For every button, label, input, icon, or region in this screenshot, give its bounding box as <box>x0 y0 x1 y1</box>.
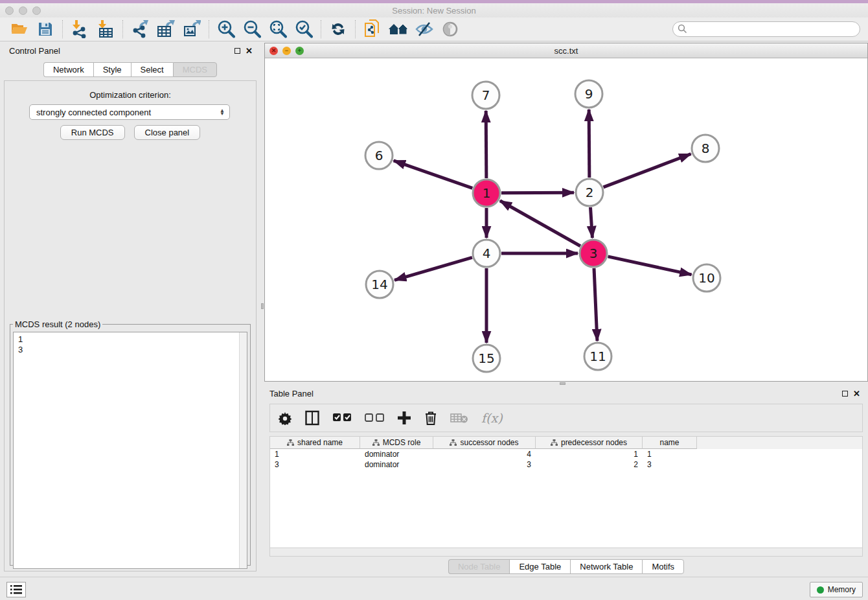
close-panel-icon[interactable]: ✕ <box>853 391 860 397</box>
node-label-14: 14 <box>371 277 387 292</box>
cell[interactable]: 4 <box>433 449 536 459</box>
cell[interactable]: 3 <box>270 459 360 470</box>
cell[interactable]: 3 <box>643 459 697 470</box>
delete-table-icon[interactable] <box>450 412 468 424</box>
column-header-MCDS-role[interactable]: MCDS role <box>360 437 433 449</box>
show-all-columns-icon[interactable] <box>332 413 352 423</box>
cell[interactable]: 2 <box>536 459 643 470</box>
node-6[interactable]: 6 <box>365 142 393 169</box>
optimization-criterion-select[interactable]: strongly connected component ▲▼ <box>29 104 230 120</box>
hide-all-columns-icon[interactable] <box>365 413 384 423</box>
add-column-icon[interactable] <box>397 411 411 425</box>
node-1[interactable]: 1 <box>473 179 500 207</box>
close-panel-icon[interactable]: ✕ <box>246 48 253 54</box>
run-mcds-button[interactable]: Run MCDS <box>60 125 125 140</box>
import-table-icon[interactable] <box>95 19 117 40</box>
edge-3-11[interactable] <box>594 268 597 341</box>
network-view-title: scc.txt <box>265 46 867 56</box>
tab-edge-table[interactable]: Edge Table <box>509 559 570 574</box>
column-browser-icon[interactable] <box>305 410 319 426</box>
edge-4-14[interactable] <box>394 257 472 280</box>
hide-graphics-details-icon[interactable] <box>413 19 435 40</box>
tab-select[interactable]: Select <box>131 62 173 77</box>
zoom-fit-icon[interactable] <box>267 19 289 40</box>
import-network-icon[interactable] <box>69 19 91 40</box>
node-7[interactable]: 7 <box>472 82 499 109</box>
network-canvas[interactable]: 1234678910111415 <box>265 58 867 381</box>
float-panel-icon[interactable] <box>842 391 848 397</box>
cell[interactable]: 1 <box>643 449 697 459</box>
node-2[interactable]: 2 <box>576 179 603 206</box>
table-row[interactable]: 1dominator411 <box>270 449 862 459</box>
save-session-icon[interactable] <box>34 19 56 40</box>
node-3[interactable]: 3 <box>580 240 607 267</box>
table-hscrollbar[interactable] <box>269 548 863 557</box>
mcds-result-textarea[interactable]: 1 3 <box>13 332 247 569</box>
export-image-icon[interactable] <box>181 19 203 40</box>
function-builder-icon[interactable]: f(x) <box>481 411 503 425</box>
memory-button[interactable]: Memory <box>810 582 863 597</box>
table-options-icon[interactable] <box>278 411 292 425</box>
cell[interactable]: dominator <box>360 459 433 470</box>
edge-1-2[interactable] <box>501 192 574 193</box>
open-session-icon[interactable] <box>8 19 30 40</box>
tab-network-table[interactable]: Network Table <box>570 559 642 574</box>
node-14[interactable]: 14 <box>366 271 393 298</box>
toolbar-separator <box>209 20 209 38</box>
refresh-view-icon[interactable] <box>327 19 349 40</box>
search-input[interactable] <box>672 21 860 37</box>
column-header-successor-nodes[interactable]: successor nodes <box>433 437 536 449</box>
cell[interactable]: 1 <box>536 449 643 459</box>
tree-column-icon <box>372 439 380 446</box>
birds-eye-view-icon[interactable] <box>439 19 461 40</box>
tab-mcds[interactable]: MCDS <box>173 62 217 77</box>
tab-network[interactable]: Network <box>43 62 93 77</box>
node-15[interactable]: 15 <box>473 345 500 372</box>
node-8[interactable]: 8 <box>692 135 719 162</box>
tab-node-table[interactable]: Node Table <box>448 559 510 574</box>
zoom-out-icon[interactable] <box>241 19 263 40</box>
edge-2-3[interactable] <box>590 207 592 238</box>
toolbar-separator <box>122 20 123 38</box>
cell[interactable]: dominator <box>360 449 433 459</box>
cell[interactable]: 3 <box>433 459 536 470</box>
node-table: shared nameMCDS rolesuccessor nodesprede… <box>269 436 863 548</box>
edge-3-10[interactable] <box>608 257 691 275</box>
mcds-result-group: MCDS result (2 nodes) 1 3 <box>10 319 251 566</box>
column-header-shared-name[interactable]: shared name <box>270 437 360 449</box>
task-history-button[interactable] <box>6 582 26 597</box>
splitter-handle[interactable] <box>261 303 264 309</box>
toolbar-separator <box>62 20 63 38</box>
column-header-predecessor-nodes[interactable]: predecessor nodes <box>536 437 643 449</box>
clone-network-icon[interactable] <box>361 19 383 40</box>
close-panel-button[interactable]: Close panel <box>134 125 201 140</box>
splitter-handle[interactable] <box>560 382 565 385</box>
float-panel-icon[interactable] <box>234 48 240 54</box>
zoom-in-icon[interactable] <box>215 19 237 40</box>
node-10[interactable]: 10 <box>693 264 720 292</box>
search-icon <box>678 24 687 36</box>
tab-style[interactable]: Style <box>93 62 131 77</box>
tab-motifs[interactable]: Motifs <box>642 559 684 574</box>
column-header-name[interactable]: name <box>643 437 697 449</box>
edge-3-1[interactable] <box>500 201 580 246</box>
node-11[interactable]: 11 <box>584 343 611 370</box>
network-window-titlebar[interactable]: ✕ − + scc.txt <box>265 43 867 58</box>
edge-1-6[interactable] <box>394 161 473 188</box>
titlebar[interactable]: Session: New Session <box>0 3 868 17</box>
zoom-selected-icon[interactable] <box>293 19 315 40</box>
home-icon[interactable] <box>387 19 409 40</box>
edge-1-7[interactable] <box>486 111 486 178</box>
export-table-icon[interactable] <box>155 19 177 40</box>
delete-column-icon[interactable] <box>424 410 437 426</box>
network-view-window: ✕ − + scc.txt 1234678910111415 <box>264 43 868 382</box>
edge-2-9[interactable] <box>589 110 589 178</box>
result-scrollbar[interactable] <box>239 332 247 568</box>
edge-2-8[interactable] <box>604 154 691 187</box>
node-4[interactable]: 4 <box>473 240 500 267</box>
node-9[interactable]: 9 <box>575 80 602 108</box>
tree-column-icon <box>551 439 558 446</box>
cell[interactable]: 1 <box>270 449 360 459</box>
table-row[interactable]: 3dominator323 <box>270 459 862 470</box>
export-network-icon[interactable] <box>129 19 151 40</box>
